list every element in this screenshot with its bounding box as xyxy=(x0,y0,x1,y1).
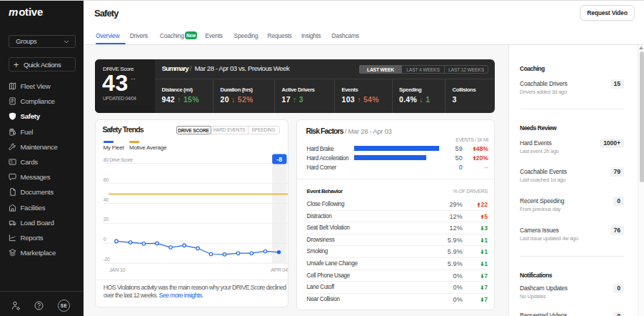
svg-text:60: 60 xyxy=(104,177,109,182)
svg-text:APR 04: APR 04 xyxy=(271,267,288,273)
svg-text:0: 0 xyxy=(104,237,106,242)
svg-text:80 Drive Score: 80 Drive Score xyxy=(104,157,133,162)
svg-text:20: 20 xyxy=(104,217,109,222)
svg-text:40: 40 xyxy=(104,197,109,202)
svg-text:-20: -20 xyxy=(104,257,110,262)
svg-text:JAN 10: JAN 10 xyxy=(109,267,125,273)
svg-text:-8: -8 xyxy=(276,156,282,163)
